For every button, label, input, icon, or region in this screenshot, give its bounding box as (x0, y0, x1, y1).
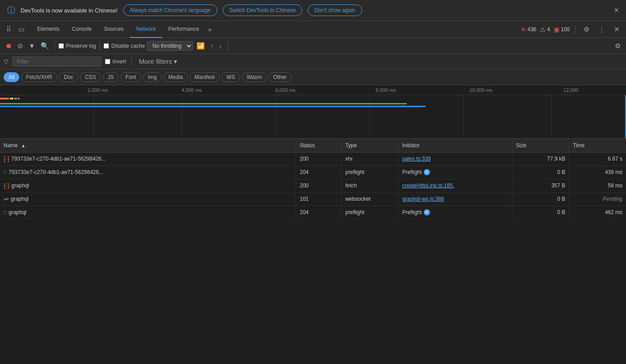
close-devtools-icon[interactable]: ✕ (611, 24, 622, 35)
cell-status: 204 (296, 165, 342, 179)
initiator-link[interactable]: createHttpLink.ts:185. (402, 182, 455, 189)
time-value: 6.67 s (608, 156, 622, 162)
col-header-status[interactable]: Status (296, 139, 342, 152)
cell-initiator: graphql-ws.js:386 (398, 192, 512, 206)
tab-sources[interactable]: Sources (98, 21, 130, 38)
disable-cache-checkbox[interactable] (104, 43, 109, 49)
cell-size: 0 B (512, 165, 569, 179)
record-button[interactable]: ⏺ (4, 40, 14, 51)
request-name: 793733e7-c270-4db1-ae71-56298426... (8, 169, 103, 175)
upload-icon[interactable]: ↑ (209, 40, 216, 51)
cell-time: 6.67 s (569, 152, 626, 165)
filter-input[interactable] (12, 57, 101, 66)
more-options-icon[interactable]: ⋮ (596, 24, 608, 35)
download-icon[interactable]: ↓ (217, 40, 224, 51)
warning-icon: ⚠ (540, 26, 546, 33)
preflight-circle-icon: ⟳ (424, 169, 430, 175)
col-header-name[interactable]: Name ▲ (0, 139, 296, 152)
timeline-ticks (0, 95, 626, 139)
pill-all[interactable]: All (4, 72, 19, 82)
always-match-button[interactable]: Always match Chrome's language (123, 4, 217, 16)
table-row[interactable]: {·} 793733e7-c270-4db1-ae71-56298426... … (0, 152, 626, 165)
message-icon: ▣ (554, 26, 559, 33)
devtools-tab-bar: ⠿ ▭ Elements Console Sources Network Per… (0, 21, 626, 38)
pill-manifest[interactable]: Manifest (190, 72, 220, 82)
pill-font[interactable]: Font (121, 72, 141, 82)
banner-close-button[interactable]: × (614, 6, 619, 14)
time-value: 439 ms (605, 169, 622, 175)
settings-icon[interactable]: ⚙ (581, 24, 592, 35)
table-row[interactable]: {·} graphql 200 fetch createHttpLink.ts:… (0, 179, 626, 192)
inspect-element-icon[interactable]: ⠿ (4, 24, 14, 35)
pill-wasm[interactable]: Wasm (242, 72, 267, 82)
col-header-initiator[interactable]: Initiator (398, 139, 512, 152)
col-header-type[interactable]: Type (342, 139, 398, 152)
tab-console[interactable]: Console (66, 21, 98, 38)
cell-type: xhr (342, 152, 398, 165)
preserve-log-label[interactable]: Preserve log (58, 43, 96, 49)
tick-2 (182, 95, 182, 139)
clear-button[interactable]: ⊘ (16, 40, 25, 52)
timeline-label-8000: 8,000 ms (376, 87, 396, 93)
invert-checkbox[interactable] (105, 59, 110, 64)
filter-button[interactable]: ▼ (27, 40, 37, 51)
throttle-select[interactable]: No throttling (147, 41, 193, 51)
device-toolbar-icon[interactable]: ▭ (16, 24, 27, 35)
search-button[interactable]: 🔍 (39, 40, 51, 52)
pill-doc[interactable]: Doc (59, 72, 78, 82)
cell-time: 439 ms (569, 165, 626, 179)
pill-css[interactable]: CSS (80, 72, 101, 82)
tick-4 (369, 95, 370, 139)
tab-elements[interactable]: Elements (31, 21, 66, 38)
separator (131, 58, 132, 66)
cell-status: 101 (296, 192, 342, 206)
pill-img[interactable]: Img (143, 72, 162, 82)
pill-other[interactable]: Other (268, 72, 292, 82)
initiator-link[interactable]: sales.ts:339 (402, 156, 431, 162)
cell-name: ⇌ graphql (0, 192, 296, 206)
col-header-time[interactable]: Time (569, 139, 626, 152)
type-filter-bar: All Fetch/XHR Doc CSS JS Font Img Media … (0, 69, 626, 85)
pill-js[interactable]: JS (103, 72, 119, 82)
tick-3 (275, 95, 276, 139)
mini-bar-xhr (0, 98, 9, 99)
more-tabs-button[interactable]: » (205, 24, 214, 35)
wifi-icon[interactable]: 📶 (195, 40, 207, 52)
table-row[interactable]: □ graphql 204 preflight Preflight⟳ 0 B 4… (0, 206, 626, 219)
timeline-label-2000: 2,000 ms (88, 87, 108, 93)
network-settings-icon[interactable]: ⚙ (613, 40, 622, 52)
pill-media[interactable]: Media (163, 72, 188, 82)
tab-performance[interactable]: Performance (162, 21, 205, 38)
preserve-log-checkbox[interactable] (58, 43, 64, 49)
pill-ws[interactable]: WS (221, 72, 240, 82)
request-name: graphql (8, 209, 26, 215)
toolbar-right: ⚙ (613, 40, 622, 52)
tick-6 (551, 95, 551, 139)
cell-type: preflight (342, 206, 398, 219)
preflight-icon: □ (4, 209, 7, 215)
invert-label[interactable]: Invert (105, 58, 126, 65)
timeline-scale: 2,000 ms 4,000 ms 6,000 ms 8,000 ms 10,0… (0, 85, 626, 95)
timeline-bar-green (0, 103, 407, 104)
cell-name: □ 793733e7-c270-4db1-ae71-56298426... (0, 165, 296, 179)
initiator-link[interactable]: graphql-ws.js:386 (402, 196, 444, 202)
more-filters-button[interactable]: More filters ▾ (137, 56, 179, 67)
disable-cache-label[interactable]: Disable cache (104, 43, 145, 49)
xhr-icon: {·} (4, 155, 9, 162)
pill-fetch-xhr[interactable]: Fetch/XHR (21, 72, 57, 82)
mini-bar-blue-sm (14, 98, 17, 99)
sort-icon: ▲ (21, 143, 25, 148)
dont-show-again-button[interactable]: Don't show again (308, 4, 362, 16)
table-row[interactable]: □ 793733e7-c270-4db1-ae71-56298426... 20… (0, 165, 626, 179)
table-row[interactable]: ⇌ graphql 101 websocket graphql-ws.js:38… (0, 192, 626, 206)
switch-devtools-button[interactable]: Switch DevTools to Chinese (223, 4, 303, 16)
col-header-size[interactable]: Size (512, 139, 569, 152)
tab-network[interactable]: Network (130, 21, 162, 38)
request-name: graphql (11, 196, 29, 202)
cell-name: {·} 793733e7-c270-4db1-ae71-56298426... (0, 152, 296, 165)
cell-name: {·} graphql (0, 179, 296, 192)
info-count: ▣ 100 (554, 26, 570, 33)
cell-name: □ graphql (0, 206, 296, 219)
network-table-wrapper[interactable]: Name ▲ Status Type Initiator Size Time {… (0, 139, 626, 355)
tab-bar-icons: ⠿ ▭ (4, 24, 27, 35)
